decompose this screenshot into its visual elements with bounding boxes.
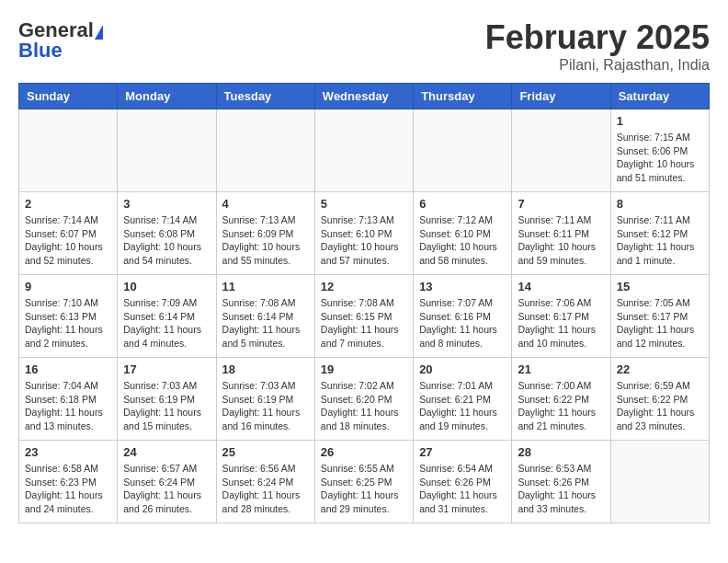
- day-number: 16: [25, 362, 111, 376]
- weekday-header-tuesday: Tuesday: [216, 84, 314, 109]
- calendar-cell: 7Sunrise: 7:11 AM Sunset: 6:11 PM Daylig…: [512, 192, 610, 275]
- day-info: Sunrise: 7:00 AM Sunset: 6:22 PM Dayligh…: [518, 379, 604, 433]
- day-info: Sunrise: 7:12 AM Sunset: 6:10 PM Dayligh…: [419, 213, 506, 268]
- calendar-cell: 5Sunrise: 7:13 AM Sunset: 6:10 PM Daylig…: [314, 192, 413, 275]
- calendar-cell: [610, 441, 709, 523]
- calendar-cell: 17Sunrise: 7:03 AM Sunset: 6:19 PM Dayli…: [118, 358, 216, 441]
- calendar-cell: [512, 109, 610, 192]
- logo: General Blue: [18, 18, 105, 63]
- calendar-cell: 8Sunrise: 7:11 AM Sunset: 6:12 PM Daylig…: [610, 192, 709, 275]
- calendar-table: SundayMondayTuesdayWednesdayThursdayFrid…: [18, 83, 710, 523]
- day-info: Sunrise: 7:08 AM Sunset: 6:14 PM Dayligh…: [222, 296, 309, 350]
- day-info: Sunrise: 6:57 AM Sunset: 6:24 PM Dayligh…: [123, 462, 210, 516]
- day-info: Sunrise: 6:56 AM Sunset: 6:24 PM Dayligh…: [222, 462, 309, 516]
- day-number: 13: [419, 280, 506, 293]
- day-number: 28: [518, 445, 604, 459]
- calendar-cell: 28Sunrise: 6:53 AM Sunset: 6:26 PM Dayli…: [512, 441, 610, 523]
- day-info: Sunrise: 7:14 AM Sunset: 6:07 PM Dayligh…: [25, 213, 111, 268]
- day-number: 23: [25, 445, 111, 459]
- calendar-cell: 19Sunrise: 7:02 AM Sunset: 6:20 PM Dayli…: [314, 358, 413, 441]
- calendar-cell: 2Sunrise: 7:14 AM Sunset: 6:07 PM Daylig…: [19, 192, 118, 275]
- day-info: Sunrise: 7:03 AM Sunset: 6:19 PM Dayligh…: [123, 379, 210, 433]
- day-info: Sunrise: 6:55 AM Sunset: 6:25 PM Dayligh…: [321, 462, 407, 516]
- day-info: Sunrise: 7:02 AM Sunset: 6:20 PM Dayligh…: [321, 379, 407, 433]
- day-info: Sunrise: 7:11 AM Sunset: 6:11 PM Dayligh…: [518, 213, 604, 268]
- day-number: 2: [25, 197, 111, 211]
- calendar-cell: 26Sunrise: 6:55 AM Sunset: 6:25 PM Dayli…: [314, 441, 413, 523]
- day-number: 20: [419, 362, 506, 376]
- page-header: General Blue February 2025 Pilani, Rajas…: [18, 18, 710, 74]
- calendar-cell: 24Sunrise: 6:57 AM Sunset: 6:24 PM Dayli…: [118, 441, 216, 523]
- day-number: 22: [617, 362, 703, 376]
- day-number: 25: [222, 445, 309, 459]
- day-number: 17: [123, 362, 210, 376]
- week-row-2: 2Sunrise: 7:14 AM Sunset: 6:07 PM Daylig…: [19, 192, 710, 275]
- week-row-4: 16Sunrise: 7:04 AM Sunset: 6:18 PM Dayli…: [19, 358, 710, 441]
- calendar-cell: 25Sunrise: 6:56 AM Sunset: 6:24 PM Dayli…: [216, 441, 314, 523]
- calendar-cell: 4Sunrise: 7:13 AM Sunset: 6:09 PM Daylig…: [216, 192, 314, 275]
- day-number: 26: [321, 445, 407, 459]
- month-title: February 2025: [485, 18, 710, 57]
- location-subtitle: Pilani, Rajasthan, India: [485, 57, 710, 74]
- day-number: 21: [518, 362, 604, 376]
- day-number: 12: [321, 280, 407, 293]
- day-info: Sunrise: 7:09 AM Sunset: 6:14 PM Dayligh…: [123, 296, 210, 350]
- weekday-header-row: SundayMondayTuesdayWednesdayThursdayFrid…: [19, 84, 710, 109]
- day-info: Sunrise: 7:06 AM Sunset: 6:17 PM Dayligh…: [518, 296, 604, 350]
- calendar-cell: 27Sunrise: 6:54 AM Sunset: 6:26 PM Dayli…: [414, 441, 512, 523]
- title-block: February 2025 Pilani, Rajasthan, India: [485, 18, 710, 74]
- logo-blue: Blue: [18, 39, 63, 63]
- weekday-header-monday: Monday: [118, 84, 216, 109]
- logo-triangle-icon: [95, 25, 103, 40]
- calendar-cell: 15Sunrise: 7:05 AM Sunset: 6:17 PM Dayli…: [610, 275, 709, 358]
- day-info: Sunrise: 7:05 AM Sunset: 6:17 PM Dayligh…: [617, 296, 703, 350]
- weekday-header-thursday: Thursday: [414, 84, 512, 109]
- day-info: Sunrise: 7:13 AM Sunset: 6:09 PM Dayligh…: [222, 213, 309, 268]
- calendar-cell: 3Sunrise: 7:14 AM Sunset: 6:08 PM Daylig…: [118, 192, 216, 275]
- day-number: 18: [222, 362, 309, 376]
- day-number: 10: [123, 280, 210, 293]
- week-row-1: 1Sunrise: 7:15 AM Sunset: 6:06 PM Daylig…: [19, 109, 710, 192]
- day-number: 14: [518, 280, 604, 293]
- day-info: Sunrise: 7:11 AM Sunset: 6:12 PM Dayligh…: [617, 213, 703, 268]
- calendar-cell: 23Sunrise: 6:58 AM Sunset: 6:23 PM Dayli…: [19, 441, 118, 523]
- day-info: Sunrise: 6:59 AM Sunset: 6:22 PM Dayligh…: [617, 379, 703, 433]
- day-number: 11: [222, 280, 309, 293]
- weekday-header-sunday: Sunday: [19, 84, 118, 109]
- weekday-header-wednesday: Wednesday: [314, 84, 413, 109]
- weekday-header-friday: Friday: [512, 84, 610, 109]
- day-number: 24: [123, 445, 210, 459]
- calendar-cell: 1Sunrise: 7:15 AM Sunset: 6:06 PM Daylig…: [610, 109, 709, 192]
- calendar-cell: 12Sunrise: 7:08 AM Sunset: 6:15 PM Dayli…: [314, 275, 413, 358]
- calendar-cell: 9Sunrise: 7:10 AM Sunset: 6:13 PM Daylig…: [19, 275, 118, 358]
- calendar-cell: [314, 109, 413, 192]
- day-number: 1: [617, 114, 703, 128]
- day-number: 4: [222, 197, 309, 211]
- calendar-cell: [216, 109, 314, 192]
- day-number: 6: [419, 197, 506, 211]
- calendar-cell: 21Sunrise: 7:00 AM Sunset: 6:22 PM Dayli…: [512, 358, 610, 441]
- day-info: Sunrise: 7:04 AM Sunset: 6:18 PM Dayligh…: [25, 379, 111, 433]
- day-info: Sunrise: 6:53 AM Sunset: 6:26 PM Dayligh…: [518, 462, 604, 516]
- calendar-cell: 18Sunrise: 7:03 AM Sunset: 6:19 PM Dayli…: [216, 358, 314, 441]
- day-number: 3: [123, 197, 210, 211]
- calendar-cell: 6Sunrise: 7:12 AM Sunset: 6:10 PM Daylig…: [414, 192, 512, 275]
- weekday-header-saturday: Saturday: [610, 84, 709, 109]
- day-info: Sunrise: 7:15 AM Sunset: 6:06 PM Dayligh…: [617, 131, 703, 185]
- day-info: Sunrise: 6:58 AM Sunset: 6:23 PM Dayligh…: [25, 462, 111, 516]
- week-row-5: 23Sunrise: 6:58 AM Sunset: 6:23 PM Dayli…: [19, 441, 710, 523]
- day-number: 15: [617, 280, 703, 293]
- day-info: Sunrise: 7:08 AM Sunset: 6:15 PM Dayligh…: [321, 296, 407, 350]
- calendar-cell: 14Sunrise: 7:06 AM Sunset: 6:17 PM Dayli…: [512, 275, 610, 358]
- week-row-3: 9Sunrise: 7:10 AM Sunset: 6:13 PM Daylig…: [19, 275, 710, 358]
- day-number: 5: [321, 197, 407, 211]
- day-info: Sunrise: 6:54 AM Sunset: 6:26 PM Dayligh…: [419, 462, 506, 516]
- day-number: 8: [617, 197, 703, 211]
- day-number: 9: [25, 280, 111, 293]
- calendar-cell: 11Sunrise: 7:08 AM Sunset: 6:14 PM Dayli…: [216, 275, 314, 358]
- calendar-cell: 10Sunrise: 7:09 AM Sunset: 6:14 PM Dayli…: [118, 275, 216, 358]
- day-info: Sunrise: 7:14 AM Sunset: 6:08 PM Dayligh…: [123, 213, 210, 268]
- day-number: 27: [419, 445, 506, 459]
- day-info: Sunrise: 7:01 AM Sunset: 6:21 PM Dayligh…: [419, 379, 506, 433]
- calendar-cell: [19, 109, 118, 192]
